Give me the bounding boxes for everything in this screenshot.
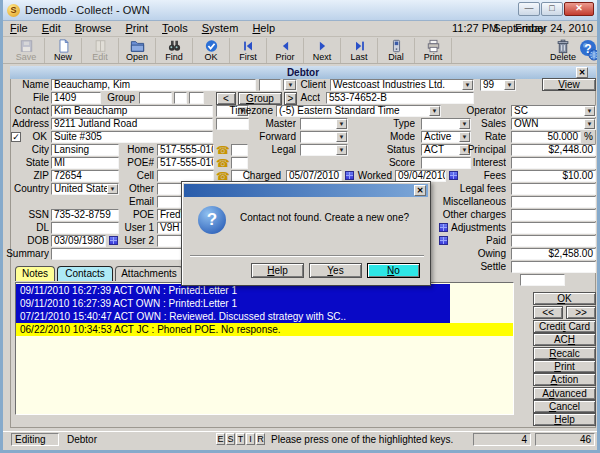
- menu-help[interactable]: Help: [245, 21, 282, 36]
- menu-browse[interactable]: Browse: [68, 21, 119, 36]
- group-prev-button[interactable]: <: [216, 92, 236, 105]
- paid-field[interactable]: [511, 235, 596, 247]
- toolbar-delete-button[interactable]: Delete: [546, 38, 580, 63]
- empty-field[interactable]: [231, 144, 248, 156]
- rate-field[interactable]: 50.000: [511, 131, 581, 143]
- state-field[interactable]: MI: [51, 157, 119, 169]
- chevron-down-icon[interactable]: ▼: [336, 119, 347, 129]
- side-print-button[interactable]: Print: [533, 360, 596, 373]
- toolbar-first-button[interactable]: First: [230, 38, 267, 63]
- menu-edit[interactable]: Edit: [35, 21, 68, 36]
- side-help-button[interactable]: Help: [533, 413, 596, 426]
- chevron-down-icon[interactable]: ▼: [584, 119, 595, 129]
- empty-combobox[interactable]: ▼: [283, 79, 297, 91]
- ok_line-field[interactable]: Suite #305: [51, 131, 213, 143]
- type-combobox[interactable]: ▼: [421, 118, 471, 130]
- empty-field[interactable]: [216, 118, 249, 130]
- detail-grid-icon[interactable]: [345, 171, 354, 180]
- client-combobox[interactable]: Westcoast Industries Ltd.▼: [330, 79, 474, 91]
- menu-tools[interactable]: Tools: [155, 21, 195, 36]
- side-ach-button[interactable]: ACH: [533, 333, 596, 346]
- dob-field[interactable]: 03/09/1980: [51, 235, 106, 247]
- city-field[interactable]: Lansing: [51, 144, 119, 156]
- misc-field[interactable]: [511, 196, 596, 208]
- toolbar-dial-button[interactable]: Dial: [378, 38, 415, 63]
- chevron-down-icon[interactable]: ▼: [584, 106, 595, 116]
- dialog-no-button[interactable]: No: [367, 263, 420, 278]
- toolbar-print-button[interactable]: Print: [415, 38, 452, 63]
- list-item[interactable]: 09/11/2010 16:27:39 ACT OWN : Printed:Le…: [16, 297, 450, 310]
- phone-icon[interactable]: ☎: [216, 157, 229, 169]
- dl-field[interactable]: [51, 222, 119, 234]
- contact-list[interactable]: 09/11/2010 16:27:39 ACT OWN : Printed:Le…: [15, 282, 514, 415]
- poe_num-field[interactable]: 517-555-0102: [157, 157, 214, 169]
- side-advanced-button[interactable]: Advanced: [533, 387, 596, 400]
- tab-attachments[interactable]: Attachments: [115, 266, 183, 281]
- chevron-down-icon[interactable]: ▼: [285, 80, 296, 90]
- empty-field[interactable]: [231, 157, 248, 169]
- tab-contacts[interactable]: Contacts: [57, 266, 113, 281]
- toolbar-prior-button[interactable]: Prior: [267, 38, 304, 63]
- timezone-combobox[interactable]: (-5) Eastern Standard Time▼: [276, 105, 441, 117]
- list-item[interactable]: 06/22/2010 10:34:53 ACT JC : Phoned POE.…: [16, 323, 513, 336]
- operator-combobox[interactable]: SC▼: [511, 105, 596, 117]
- acct-field[interactable]: 553-74652-B: [326, 92, 474, 104]
- group-group-button[interactable]: Group: [238, 92, 282, 105]
- empty-field[interactable]: [259, 79, 281, 91]
- toolbar-ok-button[interactable]: OK: [193, 38, 230, 63]
- toolbar-help-button[interactable]: ?: [578, 38, 600, 63]
- legal-combobox[interactable]: ▼: [300, 144, 348, 156]
- tab-notes[interactable]: Notes: [15, 266, 55, 281]
- side-action-button[interactable]: Action: [533, 373, 596, 386]
- menu-system[interactable]: System: [195, 21, 246, 36]
- form-close-icon[interactable]: ✕: [576, 67, 588, 78]
- menu-file[interactable]: File: [3, 21, 35, 36]
- ssn-field[interactable]: 735-32-8759: [51, 209, 119, 221]
- side-ok-button[interactable]: OK: [533, 292, 596, 305]
- empty-field[interactable]: [174, 92, 187, 104]
- group-next-button[interactable]: >: [284, 92, 297, 105]
- other_charges-field[interactable]: [511, 209, 596, 221]
- detail-grid-icon[interactable]: [439, 236, 448, 245]
- master-combobox[interactable]: ▼: [300, 118, 348, 130]
- toolbar-last-button[interactable]: Last: [341, 38, 378, 63]
- chevron-down-icon[interactable]: ▼: [504, 80, 515, 90]
- name-field[interactable]: Beauchamp, Kim: [51, 79, 256, 91]
- side-recalc-button[interactable]: Recalc: [533, 347, 596, 360]
- sales-combobox[interactable]: OWN▼: [511, 118, 596, 130]
- view-button[interactable]: View: [542, 78, 596, 91]
- chevron-down-icon[interactable]: ▼: [462, 80, 473, 90]
- toolbar-open-button[interactable]: Open: [119, 38, 156, 63]
- home-field[interactable]: 517-555-0100: [157, 144, 214, 156]
- minimize-button[interactable]: —: [518, 2, 540, 16]
- client_num-combobox[interactable]: 99▼: [480, 79, 516, 91]
- file-field[interactable]: 1409: [51, 92, 101, 104]
- list-item[interactable]: 07/21/2010 15:40:47 ACT OWN : Reviewed. …: [16, 310, 450, 323]
- dialog-close-icon[interactable]: ✕: [414, 185, 426, 196]
- country-combobox[interactable]: United States▼: [51, 183, 119, 195]
- toolbar-find-button[interactable]: Find: [156, 38, 193, 63]
- interest-field[interactable]: [511, 157, 596, 169]
- maximize-button[interactable]: □: [541, 2, 563, 16]
- legal_fees-field[interactable]: [511, 183, 596, 195]
- contact-field[interactable]: Kim Beauchamp: [51, 105, 213, 117]
- close-button[interactable]: ✕: [564, 2, 594, 16]
- side-next-button[interactable]: >>: [566, 306, 596, 319]
- forward-combobox[interactable]: ▼: [300, 131, 348, 143]
- phone-icon[interactable]: ☎: [216, 144, 229, 156]
- detail-grid-icon[interactable]: [439, 223, 448, 232]
- settle-field[interactable]: [511, 261, 596, 273]
- titlebar[interactable]: S Demodb - Collect! - OWN — □ ✕: [3, 0, 597, 21]
- side-cancel-button[interactable]: Cancel: [533, 400, 596, 413]
- chevron-down-icon[interactable]: ▼: [336, 145, 347, 155]
- chevron-down-icon[interactable]: ▼: [336, 132, 347, 142]
- principal-field[interactable]: $2,448.00: [511, 144, 596, 156]
- empty-field[interactable]: [189, 92, 204, 104]
- owing-field[interactable]: $2,458.00: [511, 248, 596, 260]
- chevron-down-icon[interactable]: ▼: [459, 119, 470, 129]
- side-creditcard-button[interactable]: Credit Card: [533, 320, 596, 333]
- empty-field[interactable]: [520, 274, 565, 286]
- dialog-yes-button[interactable]: Yes: [309, 263, 362, 278]
- address-field[interactable]: 9211 Jutland Road: [51, 118, 213, 130]
- adjustments-field[interactable]: [511, 222, 596, 234]
